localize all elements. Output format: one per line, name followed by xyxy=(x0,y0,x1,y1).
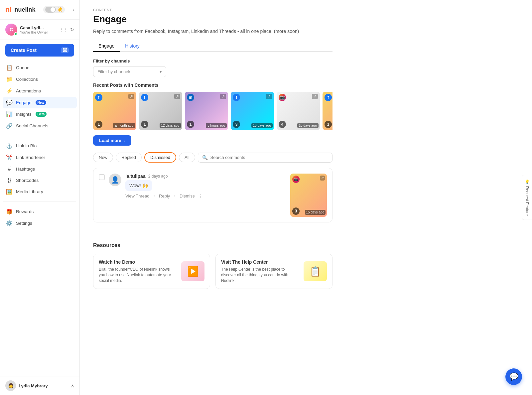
sidebar-item-media-library[interactable]: 🖼️ Media Library xyxy=(3,186,77,198)
more-options-icon[interactable]: ⋮ xyxy=(199,194,203,198)
workspace-info: Casa Lydi... You're the Owner xyxy=(20,25,56,34)
post-social-fb-icon: f xyxy=(141,94,148,101)
filter-new-button[interactable]: New xyxy=(93,153,113,162)
arrow-down-icon: ↓ xyxy=(123,138,125,143)
post-thumb-6[interactable]: f ↗ 1 a month ago xyxy=(323,92,332,130)
sidebar-item-rewards[interactable]: 🎁 Rewards xyxy=(3,206,77,217)
sidebar-item-link-shortener[interactable]: ✂️ Link Shortener xyxy=(3,152,77,163)
sidebar-item-automations[interactable]: ⚡ Automations xyxy=(3,85,77,97)
sidebar-item-label: Media Library xyxy=(16,189,43,194)
sidebar-item-shortcodes[interactable]: {} Shortcodes xyxy=(3,175,77,186)
tab-engage[interactable]: Engage xyxy=(93,41,120,52)
sidebar-item-insights[interactable]: 📊 Insights Beta xyxy=(3,108,77,120)
post-comment-count: 4 xyxy=(279,121,286,128)
page-title: Engage xyxy=(93,14,332,25)
shortcodes-icon: {} xyxy=(6,177,13,183)
post-thumb-1[interactable]: f ↗ 1 a month ago xyxy=(93,92,136,130)
recent-posts-label: Recent Posts with Comments xyxy=(93,82,332,88)
post-time: 12 days ago xyxy=(160,123,181,128)
search-comments-field[interactable]: 🔍 xyxy=(198,153,332,163)
post-thumb-4[interactable]: f ↗ 3 10 days ago xyxy=(231,92,274,130)
main-content: CONTENT Engage Reply to comments from Fa… xyxy=(80,0,532,395)
resource-title: Watch the Demo xyxy=(99,259,177,265)
post-external-link-icon[interactable]: ↗ xyxy=(266,94,272,99)
sidebar-footer: 👩 Lydia Mybrary ∧ xyxy=(0,376,79,395)
sidebar-item-label: Queue xyxy=(16,65,30,70)
link-in-bio-icon: ⚓ xyxy=(6,143,13,149)
theme-icon: ☀️ xyxy=(57,7,63,12)
sidebar-item-hashtags[interactable]: # Hashtags xyxy=(3,163,77,175)
resource-card-help[interactable]: Visit The Help Center The Help Center is… xyxy=(215,254,332,289)
sidebar: nl nuelink ☀️ ‹ C Casa Lydi... You're th… xyxy=(0,0,80,395)
comment-card-1: 👤 la.tulipaa 2 days ago Wow! 🙌 View Thre… xyxy=(93,168,332,222)
resource-card-demo[interactable]: Watch the Demo Bilal, the founder/CEO of… xyxy=(93,254,210,289)
sidebar-item-settings[interactable]: ⚙️ Settings xyxy=(3,217,77,229)
sidebar-item-label: Shortcodes xyxy=(16,178,39,183)
post-external-link-icon[interactable]: ↗ xyxy=(174,94,180,99)
post-comment-count: 1 xyxy=(141,121,148,128)
page-description: Reply to comments from Facebook, Instagr… xyxy=(93,29,332,34)
filter-replied-button[interactable]: Replied xyxy=(116,153,142,162)
logo[interactable]: nl nuelink xyxy=(5,5,36,14)
search-comments-input[interactable] xyxy=(210,155,328,160)
theme-toggle[interactable]: ☀️ xyxy=(43,6,65,13)
sidebar-item-link-in-bio[interactable]: ⚓ Link in Bio xyxy=(3,140,77,152)
post-thumb-5[interactable]: 📷 ↗ 4 10 days ago xyxy=(277,92,320,130)
post-time: 10 days ago xyxy=(251,123,273,128)
filter-channels-dropdown[interactable]: Filter by channels ▾ xyxy=(93,66,166,77)
refresh-icon[interactable]: ↻ xyxy=(70,27,74,32)
load-more-button[interactable]: Load more ↓ xyxy=(93,135,131,146)
chat-icon: 💬 xyxy=(509,372,518,381)
workspace-name: Casa Lydi... xyxy=(20,25,56,30)
sidebar-item-queue[interactable]: 📋 Queue xyxy=(3,62,77,73)
resources-grid: Watch the Demo Bilal, the founder/CEO of… xyxy=(93,254,332,289)
queue-icon: 📋 xyxy=(6,65,13,71)
post-time: 10 days ago xyxy=(297,123,319,128)
comment-post-time: 15 days ago xyxy=(305,210,326,215)
post-external-link-icon[interactable]: ↗ xyxy=(312,94,318,99)
post-external-link-icon[interactable]: ↗ xyxy=(220,94,226,99)
sidebar-collapse-button[interactable]: ‹ xyxy=(72,7,74,13)
post-comment-count: 3 xyxy=(233,121,240,128)
filter-all-button[interactable]: All xyxy=(179,153,195,162)
sidebar-item-engage[interactable]: 💬 Engage New xyxy=(3,97,77,108)
online-indicator xyxy=(14,32,17,36)
engage-content: CONTENT Engage Reply to comments from Fa… xyxy=(80,0,346,234)
resource-text: Visit The Help Center The Help Center is… xyxy=(221,259,300,283)
create-post-button[interactable]: Create Post 🖼 xyxy=(5,44,74,57)
sidebar-item-collections[interactable]: 📁 Collections xyxy=(3,73,77,85)
comment-checkbox[interactable] xyxy=(99,174,105,180)
dismiss-link[interactable]: Dismiss xyxy=(180,194,195,198)
workspace-selector[interactable]: C Casa Lydi... You're the Owner ⋮⋮ ↻ xyxy=(0,20,79,40)
post-social-fb-icon: f xyxy=(233,94,240,101)
comment-post-external-icon[interactable]: ↗ xyxy=(320,176,325,181)
request-feature-panel[interactable]: 💡 Request Feature xyxy=(522,175,532,220)
reply-link[interactable]: Reply xyxy=(159,194,170,198)
post-thumb-3[interactable]: in ↗ 1 3 hours ago xyxy=(185,92,228,130)
sidebar-item-label: Rewards xyxy=(16,209,34,214)
view-thread-link[interactable]: View Thread xyxy=(125,194,150,198)
comment-post-count: 3 xyxy=(292,207,300,215)
sidebar-item-label: Insights xyxy=(16,112,32,117)
hashtags-icon: # xyxy=(6,166,13,172)
comment-filter-bar: New Replied Dismissed All 🔍 xyxy=(93,152,332,163)
grid-icon[interactable]: ⋮⋮ xyxy=(59,27,68,32)
comment-post-thumbnail[interactable]: 📷 ↗ 3 15 days ago xyxy=(290,174,327,217)
post-external-link-icon[interactable]: ↗ xyxy=(128,94,134,99)
chat-button[interactable]: 💬 xyxy=(505,368,522,385)
request-feature-label: Request Feature xyxy=(525,186,529,216)
user-chevron-icon[interactable]: ∧ xyxy=(71,383,74,388)
user-info[interactable]: 👩 Lydia Mybrary xyxy=(5,380,48,391)
sidebar-item-label: Collections xyxy=(16,77,38,82)
tab-history[interactable]: History xyxy=(120,41,145,52)
comment-text: Wow! 🙌 xyxy=(125,180,152,191)
user-name: Lydia Mybrary xyxy=(19,383,48,388)
automations-icon: ⚡ xyxy=(6,88,13,94)
post-thumb-2[interactable]: f ↗ 1 12 days ago xyxy=(139,92,182,130)
engage-icon: 💬 xyxy=(6,99,13,106)
sidebar-item-social-channels[interactable]: 🔗 Social Channels xyxy=(3,120,77,132)
filter-dismissed-button[interactable]: Dismissed xyxy=(144,152,176,163)
filter-section: Filter by channels Filter by channels ▾ xyxy=(93,59,332,77)
load-more-label: Load more xyxy=(99,138,121,143)
sidebar-item-label: Automations xyxy=(16,88,41,93)
